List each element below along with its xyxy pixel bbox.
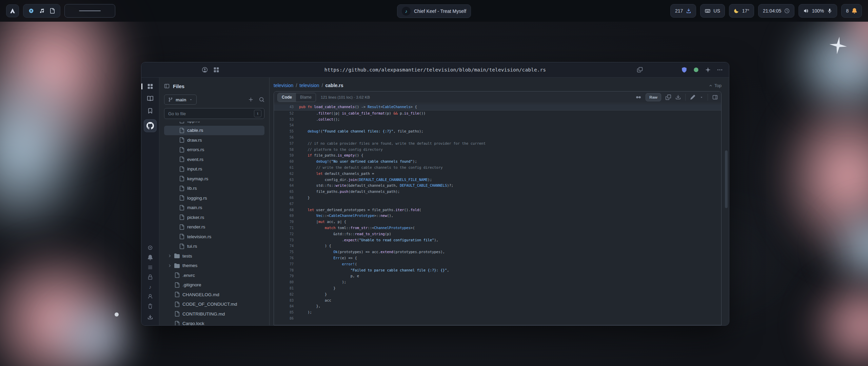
launcher-button[interactable] [6, 4, 19, 17]
weather-module[interactable]: 17° [729, 4, 754, 18]
updates-module[interactable]: 217 [670, 4, 696, 18]
line-number[interactable]: 66 [274, 195, 299, 201]
line-number[interactable]: 80 [274, 279, 299, 285]
line-number[interactable]: 75 [274, 249, 299, 255]
line-number[interactable]: 55 [274, 128, 299, 135]
download-icon[interactable] [675, 95, 681, 100]
line-number[interactable]: 71 [274, 225, 299, 231]
tree-item-.gitignore[interactable]: .gitignore [164, 280, 264, 290]
tree-item-event.rs[interactable]: event.rs [164, 155, 264, 164]
line-number[interactable]: 82 [274, 291, 299, 298]
profile-icon[interactable] [202, 67, 208, 73]
tree-item-.envrc[interactable]: .envrc [164, 270, 264, 280]
url-bar[interactable]: https://github.com/alexpasmantier/televi… [324, 67, 546, 73]
extension-icon[interactable] [693, 67, 699, 73]
line-number[interactable]: 62 [274, 171, 299, 177]
music-note-icon[interactable] [39, 8, 44, 14]
copy-icon[interactable] [666, 95, 671, 100]
edit-caret-icon[interactable] [700, 96, 703, 99]
tree-item-CODE_OF_CONDUCT.md[interactable]: CODE_OF_CONDUCT.md [164, 300, 264, 309]
tree-item-render.rs[interactable]: render.rs [164, 222, 264, 232]
line-number[interactable]: 68 [274, 207, 299, 213]
add-file-icon[interactable] [248, 97, 254, 102]
tree-item-Cargo.lock[interactable]: Cargo.lock [164, 319, 264, 326]
line-number[interactable]: 74 [274, 243, 299, 249]
edit-icon[interactable] [690, 95, 695, 100]
line-number[interactable]: 43 [274, 104, 299, 110]
line-number[interactable]: 65 [274, 189, 299, 195]
line-number[interactable]: 52 [274, 110, 299, 117]
menu-icon[interactable] [717, 67, 723, 73]
line-number[interactable]: 70 [274, 219, 299, 225]
keyboard-layout-module[interactable]: US [700, 4, 725, 18]
tree-item-logging.rs[interactable]: logging.rs [164, 193, 264, 203]
back-to-top-link[interactable]: Top [709, 83, 722, 88]
breadcrumb-repo[interactable]: television [274, 83, 293, 88]
go-to-file-input[interactable]: Go to file t [164, 108, 264, 119]
containers-icon[interactable] [213, 67, 219, 73]
copilot-icon[interactable] [636, 95, 641, 100]
line-number[interactable]: 63 [274, 177, 299, 183]
downloads-icon[interactable] [147, 314, 153, 320]
search-icon[interactable] [259, 97, 264, 102]
tree-item-themes[interactable]: themes [164, 261, 264, 271]
tree-item-tests[interactable]: tests [164, 251, 264, 261]
branch-selector[interactable]: main [164, 95, 197, 105]
tree-item-app.rs[interactable]: app.rs [164, 122, 264, 126]
github-tab[interactable] [144, 119, 157, 132]
tree-item-errors.rs[interactable]: errors.rs [164, 145, 264, 155]
symbols-panel-icon[interactable] [712, 95, 718, 100]
line-number[interactable]: 72 [274, 231, 299, 237]
line-number[interactable]: 60 [274, 159, 299, 165]
workspace-apps-tab[interactable] [143, 81, 157, 92]
line-number[interactable]: 69 [274, 213, 299, 219]
line-number[interactable]: 67 [274, 201, 299, 207]
line-number[interactable]: 86 [274, 316, 299, 322]
line-number[interactable]: 73 [274, 237, 299, 243]
person-icon[interactable] [147, 294, 153, 299]
target-icon[interactable] [147, 245, 153, 250]
tab-blame[interactable]: Blame [296, 93, 316, 102]
trash-icon[interactable] [147, 304, 153, 309]
line-number[interactable]: 59 [274, 152, 299, 159]
line-number[interactable]: 78 [274, 267, 299, 273]
line-number[interactable]: 76 [274, 255, 299, 261]
tree-item-CHANGELOG.md[interactable]: CHANGELOG.md [164, 290, 264, 300]
line-number[interactable]: 56 [274, 135, 299, 141]
duplicate-tab-icon[interactable] [637, 67, 643, 73]
notifications-module[interactable]: 8 [841, 4, 862, 18]
tree-item-input.rs[interactable]: input.rs [164, 164, 264, 174]
tree-item-picker.rs[interactable]: picker.rs [164, 212, 264, 222]
tree-item-tui.rs[interactable]: tui.rs [164, 242, 264, 251]
tree-item-television.rs[interactable]: television.rs [164, 232, 264, 242]
bell-tab-icon[interactable] [147, 255, 153, 260]
sparkle-icon[interactable] [705, 67, 711, 73]
line-number[interactable]: 83 [274, 298, 299, 304]
tab-code[interactable]: Code [278, 93, 296, 102]
window-title-box[interactable] [64, 4, 115, 18]
line-number[interactable]: 53 [274, 117, 299, 123]
line-number[interactable]: 77 [274, 261, 299, 267]
tree-item-cable.rs[interactable]: cable.rs [164, 126, 264, 136]
line-number[interactable]: 84 [274, 303, 299, 309]
lock-icon[interactable] [147, 274, 153, 280]
journal-tab[interactable] [143, 93, 157, 104]
document-icon[interactable] [50, 8, 55, 14]
breadcrumb-folder[interactable]: television [299, 83, 319, 88]
tree-item-CONTRIBUTING.md[interactable]: CONTRIBUTING.md [164, 309, 264, 319]
line-number[interactable]: 57 [274, 141, 299, 147]
scrollbar[interactable] [725, 150, 728, 208]
tree-item-main.rs[interactable]: main.rs [164, 203, 264, 213]
music-tab-icon[interactable]: ♪ [149, 284, 152, 289]
line-number[interactable]: 61 [274, 165, 299, 171]
adblock-extension-icon[interactable] [681, 67, 687, 73]
tree-item-lib.rs[interactable]: lib.rs [164, 184, 264, 194]
clock-module[interactable]: 21:04:05 [758, 4, 795, 18]
line-number[interactable]: 54 [274, 122, 299, 128]
raw-button[interactable]: Raw [646, 93, 661, 101]
line-number[interactable]: 64 [274, 183, 299, 189]
tree-item-draw.rs[interactable]: draw.rs [164, 135, 264, 145]
disc-icon[interactable] [28, 8, 34, 14]
line-number[interactable]: 85 [274, 309, 299, 316]
volume-module[interactable]: 100% [798, 4, 837, 18]
